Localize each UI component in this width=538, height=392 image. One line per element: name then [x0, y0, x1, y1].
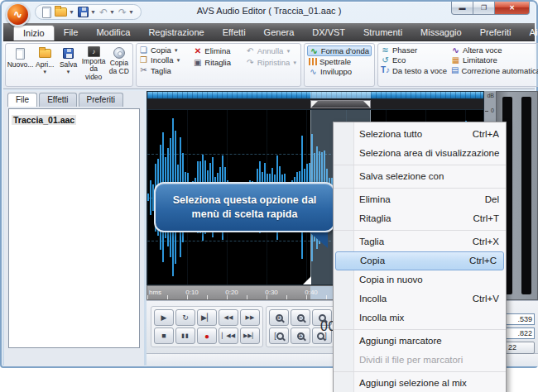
menu-item-label: Incolla mix [359, 313, 404, 323]
menu-item-copia-in-nuovo[interactable]: Copia in nuovo [334, 270, 506, 289]
ribbon-tab-registrazione[interactable]: Registrazione [139, 25, 213, 41]
menu-item-taglia[interactable]: Ctrl+XTaglia [334, 232, 506, 251]
text-to-speech-button[interactable]: T♪Da testo a voce [381, 66, 449, 75]
redo-arrow-icon: ↷ [246, 59, 255, 67]
close-button[interactable]: ✕ [495, 2, 530, 15]
file-list-item[interactable]: Traccia_01.aac [12, 115, 76, 125]
zoom-selection-button[interactable]: [ [269, 327, 289, 344]
menu-item-label: Incolla [359, 294, 387, 304]
selection-handle[interactable] [310, 100, 371, 108]
save-button-label: Salva [60, 61, 77, 69]
zoom-out-button[interactable]: − [291, 309, 310, 326]
playhead-marker[interactable] [303, 276, 311, 284]
menu-item-ritaglia[interactable]: Ctrl+TRitaglia [334, 209, 506, 228]
voice-changer-button[interactable]: ∿Altera voce [451, 45, 537, 55]
ribbon: Nuovo... Apri... ▼ Salva ▼ ♪ Importa da … [3, 41, 535, 89]
ribbon-tab-genera[interactable]: Genera [255, 25, 304, 41]
undo-ribbon-button[interactable]: ↶Annulla▼ [246, 45, 298, 56]
echo-button[interactable]: ↺Eco [381, 55, 449, 65]
menu-item-label: Ritaglia [359, 213, 391, 223]
import-from-video-button[interactable]: ♪ Importa da video [81, 45, 107, 75]
redo-ribbon-button[interactable]: ↷Ripristina▼ [246, 57, 298, 68]
selection-end-field[interactable]: .822 [503, 327, 535, 339]
menu-shortcut: Ctrl+T [473, 209, 499, 228]
ribbon-tab-effetti[interactable]: Effetti [214, 25, 255, 41]
open-button[interactable]: Apri... ▼ [34, 45, 55, 75]
save-button[interactable]: Salva ▼ [57, 45, 79, 75]
menu-separator [334, 371, 506, 372]
new-button[interactable]: Nuovo... [8, 45, 32, 75]
db-zero-label: 0 [491, 108, 494, 113]
open-button-label: Apri... [36, 61, 54, 69]
menu-item-label: Seleziona tutto [359, 129, 422, 139]
tab-effetti[interactable]: Effetti [39, 93, 76, 107]
menu-item-aggiungi-selezione-al-mix[interactable]: Aggiungi selezione al mix [334, 374, 506, 392]
delete-label: Elimina [204, 46, 230, 55]
ribbon-tab-preferiti[interactable]: Preferiti [471, 25, 521, 41]
ribbon-tab-file[interactable]: File [55, 25, 88, 41]
files-panel: File Effetti Preferiti Traccia_01.aac [4, 91, 144, 366]
menu-item-elimina[interactable]: DelElimina [334, 190, 506, 209]
undo-arrow-icon: ↶ [246, 47, 255, 55]
phaser-icon: ≋ [381, 46, 390, 55]
rip-from-cd-button[interactable]: Copia da CD [108, 45, 130, 75]
auto-correction-label: Correzione automatica [461, 66, 538, 75]
tab-file[interactable]: File [7, 93, 37, 107]
selection-length-field[interactable]: 22 [505, 342, 535, 354]
menu-shortcut: Ctrl+X [473, 232, 499, 251]
files-panel-tabs: File Effetti Preferiti [4, 91, 144, 107]
delete-button[interactable]: ✕Elimina [193, 45, 242, 56]
selection-start-field[interactable]: .539 [503, 313, 535, 325]
loop-button[interactable]: ↻ [175, 309, 195, 326]
play-to-end-button[interactable]: ▶▏ [197, 309, 217, 326]
overview-selection [310, 92, 371, 98]
pause-button[interactable]: ▮▮ [175, 327, 195, 344]
minimize-button[interactable]: ▬ [451, 2, 473, 15]
ribbon-tab-dx-vst[interactable]: DX/VST [303, 25, 354, 41]
ruler-tick-label: 0:10 [185, 289, 199, 296]
trim-button[interactable]: ▣Ritaglia [193, 57, 242, 68]
cut-label: Taglia [151, 66, 171, 75]
ribbon-tab-missaggio[interactable]: Missaggio [411, 25, 471, 41]
auto-correction-button[interactable]: ▤Correzione automatica [451, 66, 537, 75]
record-button[interactable]: ● [197, 327, 217, 344]
menu-item-incolla-mix[interactable]: Incolla mix [334, 308, 506, 327]
waveform-view-button[interactable]: ∿Forma d'onda [307, 45, 372, 56]
overview-scrollbar[interactable] [147, 91, 484, 99]
ribbon-tab-inizio[interactable]: Inizio [13, 25, 55, 41]
ribbon-tab-aiuto[interactable]: Aiuto [521, 25, 538, 41]
menu-item-incolla[interactable]: Ctrl+VIncolla [334, 289, 506, 308]
tab-preferiti[interactable]: Preferiti [79, 93, 123, 107]
play-button[interactable]: ▶ [154, 309, 174, 326]
zoom-level-button[interactable]: + [291, 327, 310, 344]
fast-forward-button[interactable]: ▶▶ [240, 309, 260, 326]
envelope-icon: ∿ [309, 68, 318, 76]
paste-button[interactable]: ❐Incolla▼ [139, 55, 190, 65]
envelope-view-button[interactable]: ∿Inviluppo [307, 67, 372, 76]
menu-item-seleziona-area-di-visualizzazione[interactable]: Seleziona area di visualizzazione [334, 144, 506, 163]
ribbon-tab-modifica[interactable]: Modifica [87, 25, 139, 41]
tutorial-callout: Seleziona questa opzione dal menù di sce… [154, 182, 335, 232]
go-to-end-button[interactable]: ▶▶▏ [240, 327, 260, 344]
rewind-button[interactable]: ◀◀ [219, 309, 238, 326]
zoom-in-button[interactable]: + [269, 309, 289, 326]
menu-item-aggiungi-marcatore[interactable]: Aggiungi marcatore [334, 332, 506, 351]
menu-item-salva-selezione-con[interactable]: Salva selezione con [334, 167, 506, 186]
copy-button[interactable]: ❏Copia▼ [139, 45, 190, 55]
copy-dropdown-icon: ▼ [174, 48, 179, 53]
app-logo-icon[interactable]: ∿ [6, 2, 30, 26]
spectral-view-button[interactable]: Spettrale [307, 57, 372, 66]
stop-button[interactable]: ■ [154, 327, 174, 344]
menu-item-seleziona-tutto[interactable]: Ctrl+ASeleziona tutto [334, 125, 506, 144]
menu-item-label: Salva selezione con [359, 171, 444, 181]
cut-button[interactable]: ✂Taglia [139, 66, 190, 75]
ribbon-tab-strumenti[interactable]: Strumenti [354, 25, 411, 41]
open-folder-icon [39, 49, 51, 58]
phaser-button[interactable]: ≋Phaser [381, 45, 449, 55]
go-to-start-button[interactable]: ▏◀◀ [219, 327, 238, 344]
menu-item-copia[interactable]: Ctrl+CCopia [335, 251, 504, 270]
limiter-button[interactable]: ▦Limitatore [451, 55, 537, 65]
maximize-button[interactable]: ❐ [473, 2, 495, 15]
paste-icon: ❐ [139, 56, 148, 65]
window-controls: ▬ ❐ ✕ [451, 2, 530, 15]
